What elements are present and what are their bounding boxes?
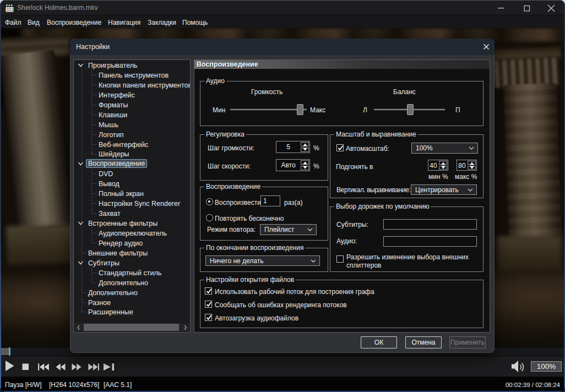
svg-text:1: 1 (11, 7, 14, 12)
